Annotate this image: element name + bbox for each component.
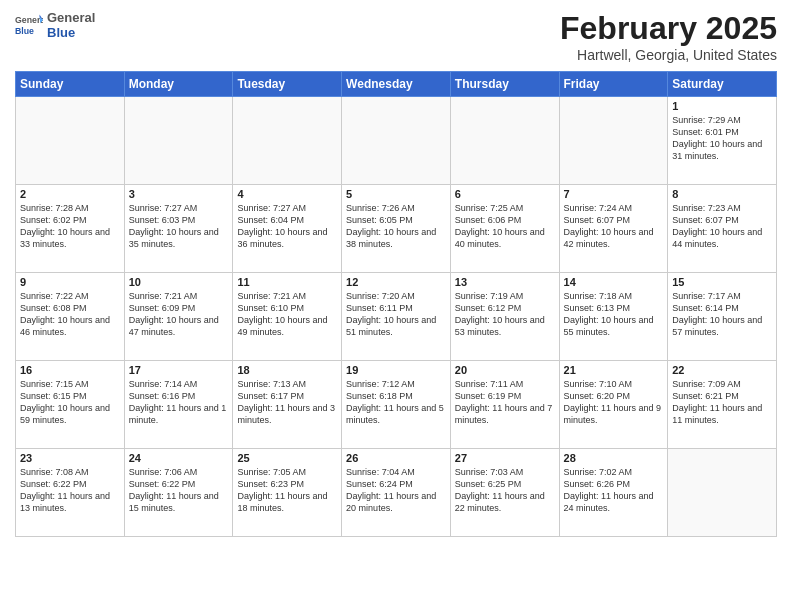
calendar-day-cell: 24Sunrise: 7:06 AM Sunset: 6:22 PM Dayli… bbox=[124, 449, 233, 537]
day-info: Sunrise: 7:10 AM Sunset: 6:20 PM Dayligh… bbox=[564, 378, 664, 427]
day-info: Sunrise: 7:13 AM Sunset: 6:17 PM Dayligh… bbox=[237, 378, 337, 427]
calendar-day-cell: 16Sunrise: 7:15 AM Sunset: 6:15 PM Dayli… bbox=[16, 361, 125, 449]
day-info: Sunrise: 7:21 AM Sunset: 6:10 PM Dayligh… bbox=[237, 290, 337, 339]
calendar-day-cell: 23Sunrise: 7:08 AM Sunset: 6:22 PM Dayli… bbox=[16, 449, 125, 537]
day-number: 27 bbox=[455, 452, 555, 464]
day-number: 28 bbox=[564, 452, 664, 464]
day-number: 14 bbox=[564, 276, 664, 288]
calendar-day-cell: 28Sunrise: 7:02 AM Sunset: 6:26 PM Dayli… bbox=[559, 449, 668, 537]
day-info: Sunrise: 7:18 AM Sunset: 6:13 PM Dayligh… bbox=[564, 290, 664, 339]
day-info: Sunrise: 7:09 AM Sunset: 6:21 PM Dayligh… bbox=[672, 378, 772, 427]
day-info: Sunrise: 7:06 AM Sunset: 6:22 PM Dayligh… bbox=[129, 466, 229, 515]
calendar-week-row: 1Sunrise: 7:29 AM Sunset: 6:01 PM Daylig… bbox=[16, 97, 777, 185]
title-block: February 2025 Hartwell, Georgia, United … bbox=[560, 10, 777, 63]
day-info: Sunrise: 7:02 AM Sunset: 6:26 PM Dayligh… bbox=[564, 466, 664, 515]
calendar-day-cell: 15Sunrise: 7:17 AM Sunset: 6:14 PM Dayli… bbox=[668, 273, 777, 361]
calendar-day-cell bbox=[342, 97, 451, 185]
header: General Blue General Blue February 2025 … bbox=[15, 10, 777, 63]
day-number: 5 bbox=[346, 188, 446, 200]
calendar-table: SundayMondayTuesdayWednesdayThursdayFrid… bbox=[15, 71, 777, 537]
day-number: 8 bbox=[672, 188, 772, 200]
day-number: 1 bbox=[672, 100, 772, 112]
day-info: Sunrise: 7:04 AM Sunset: 6:24 PM Dayligh… bbox=[346, 466, 446, 515]
day-info: Sunrise: 7:12 AM Sunset: 6:18 PM Dayligh… bbox=[346, 378, 446, 427]
day-of-week-header: Sunday bbox=[16, 72, 125, 97]
logo-icon: General Blue bbox=[15, 11, 43, 39]
calendar-day-cell: 18Sunrise: 7:13 AM Sunset: 6:17 PM Dayli… bbox=[233, 361, 342, 449]
calendar-day-cell bbox=[450, 97, 559, 185]
day-info: Sunrise: 7:21 AM Sunset: 6:09 PM Dayligh… bbox=[129, 290, 229, 339]
day-info: Sunrise: 7:08 AM Sunset: 6:22 PM Dayligh… bbox=[20, 466, 120, 515]
day-number: 4 bbox=[237, 188, 337, 200]
day-number: 18 bbox=[237, 364, 337, 376]
svg-text:General: General bbox=[15, 15, 43, 25]
day-number: 24 bbox=[129, 452, 229, 464]
day-number: 16 bbox=[20, 364, 120, 376]
calendar-day-cell: 21Sunrise: 7:10 AM Sunset: 6:20 PM Dayli… bbox=[559, 361, 668, 449]
calendar-day-cell: 17Sunrise: 7:14 AM Sunset: 6:16 PM Dayli… bbox=[124, 361, 233, 449]
calendar-day-cell: 9Sunrise: 7:22 AM Sunset: 6:08 PM Daylig… bbox=[16, 273, 125, 361]
calendar-day-cell: 10Sunrise: 7:21 AM Sunset: 6:09 PM Dayli… bbox=[124, 273, 233, 361]
calendar-day-cell bbox=[233, 97, 342, 185]
day-info: Sunrise: 7:28 AM Sunset: 6:02 PM Dayligh… bbox=[20, 202, 120, 251]
calendar-day-cell: 4Sunrise: 7:27 AM Sunset: 6:04 PM Daylig… bbox=[233, 185, 342, 273]
day-info: Sunrise: 7:19 AM Sunset: 6:12 PM Dayligh… bbox=[455, 290, 555, 339]
calendar-week-row: 2Sunrise: 7:28 AM Sunset: 6:02 PM Daylig… bbox=[16, 185, 777, 273]
day-info: Sunrise: 7:17 AM Sunset: 6:14 PM Dayligh… bbox=[672, 290, 772, 339]
calendar-day-cell: 1Sunrise: 7:29 AM Sunset: 6:01 PM Daylig… bbox=[668, 97, 777, 185]
calendar-day-cell: 5Sunrise: 7:26 AM Sunset: 6:05 PM Daylig… bbox=[342, 185, 451, 273]
day-info: Sunrise: 7:29 AM Sunset: 6:01 PM Dayligh… bbox=[672, 114, 772, 163]
calendar-location: Hartwell, Georgia, United States bbox=[560, 47, 777, 63]
calendar-header-row: SundayMondayTuesdayWednesdayThursdayFrid… bbox=[16, 72, 777, 97]
calendar-day-cell: 20Sunrise: 7:11 AM Sunset: 6:19 PM Dayli… bbox=[450, 361, 559, 449]
day-of-week-header: Friday bbox=[559, 72, 668, 97]
day-info: Sunrise: 7:05 AM Sunset: 6:23 PM Dayligh… bbox=[237, 466, 337, 515]
day-number: 21 bbox=[564, 364, 664, 376]
day-number: 17 bbox=[129, 364, 229, 376]
day-number: 13 bbox=[455, 276, 555, 288]
day-info: Sunrise: 7:11 AM Sunset: 6:19 PM Dayligh… bbox=[455, 378, 555, 427]
calendar-week-row: 9Sunrise: 7:22 AM Sunset: 6:08 PM Daylig… bbox=[16, 273, 777, 361]
day-number: 25 bbox=[237, 452, 337, 464]
svg-text:Blue: Blue bbox=[15, 26, 34, 36]
day-info: Sunrise: 7:27 AM Sunset: 6:04 PM Dayligh… bbox=[237, 202, 337, 251]
day-number: 11 bbox=[237, 276, 337, 288]
day-number: 10 bbox=[129, 276, 229, 288]
day-number: 19 bbox=[346, 364, 446, 376]
day-of-week-header: Monday bbox=[124, 72, 233, 97]
day-number: 23 bbox=[20, 452, 120, 464]
calendar-day-cell: 25Sunrise: 7:05 AM Sunset: 6:23 PM Dayli… bbox=[233, 449, 342, 537]
calendar-day-cell bbox=[124, 97, 233, 185]
calendar-day-cell: 12Sunrise: 7:20 AM Sunset: 6:11 PM Dayli… bbox=[342, 273, 451, 361]
day-info: Sunrise: 7:27 AM Sunset: 6:03 PM Dayligh… bbox=[129, 202, 229, 251]
calendar-day-cell: 6Sunrise: 7:25 AM Sunset: 6:06 PM Daylig… bbox=[450, 185, 559, 273]
calendar-week-row: 16Sunrise: 7:15 AM Sunset: 6:15 PM Dayli… bbox=[16, 361, 777, 449]
day-of-week-header: Saturday bbox=[668, 72, 777, 97]
calendar-day-cell bbox=[16, 97, 125, 185]
day-info: Sunrise: 7:15 AM Sunset: 6:15 PM Dayligh… bbox=[20, 378, 120, 427]
calendar-day-cell: 3Sunrise: 7:27 AM Sunset: 6:03 PM Daylig… bbox=[124, 185, 233, 273]
logo-blue-text: Blue bbox=[47, 25, 95, 40]
day-info: Sunrise: 7:23 AM Sunset: 6:07 PM Dayligh… bbox=[672, 202, 772, 251]
day-number: 22 bbox=[672, 364, 772, 376]
calendar-day-cell: 7Sunrise: 7:24 AM Sunset: 6:07 PM Daylig… bbox=[559, 185, 668, 273]
logo-general-text: General bbox=[47, 10, 95, 25]
calendar-day-cell: 2Sunrise: 7:28 AM Sunset: 6:02 PM Daylig… bbox=[16, 185, 125, 273]
day-info: Sunrise: 7:14 AM Sunset: 6:16 PM Dayligh… bbox=[129, 378, 229, 427]
calendar-day-cell: 22Sunrise: 7:09 AM Sunset: 6:21 PM Dayli… bbox=[668, 361, 777, 449]
calendar-day-cell: 27Sunrise: 7:03 AM Sunset: 6:25 PM Dayli… bbox=[450, 449, 559, 537]
day-number: 3 bbox=[129, 188, 229, 200]
calendar-day-cell: 8Sunrise: 7:23 AM Sunset: 6:07 PM Daylig… bbox=[668, 185, 777, 273]
day-number: 6 bbox=[455, 188, 555, 200]
page: General Blue General Blue February 2025 … bbox=[0, 0, 792, 612]
logo: General Blue General Blue bbox=[15, 10, 95, 40]
day-info: Sunrise: 7:25 AM Sunset: 6:06 PM Dayligh… bbox=[455, 202, 555, 251]
calendar-day-cell: 13Sunrise: 7:19 AM Sunset: 6:12 PM Dayli… bbox=[450, 273, 559, 361]
calendar-day-cell: 26Sunrise: 7:04 AM Sunset: 6:24 PM Dayli… bbox=[342, 449, 451, 537]
calendar-day-cell: 14Sunrise: 7:18 AM Sunset: 6:13 PM Dayli… bbox=[559, 273, 668, 361]
calendar-week-row: 23Sunrise: 7:08 AM Sunset: 6:22 PM Dayli… bbox=[16, 449, 777, 537]
day-info: Sunrise: 7:22 AM Sunset: 6:08 PM Dayligh… bbox=[20, 290, 120, 339]
day-number: 12 bbox=[346, 276, 446, 288]
day-number: 20 bbox=[455, 364, 555, 376]
day-number: 2 bbox=[20, 188, 120, 200]
